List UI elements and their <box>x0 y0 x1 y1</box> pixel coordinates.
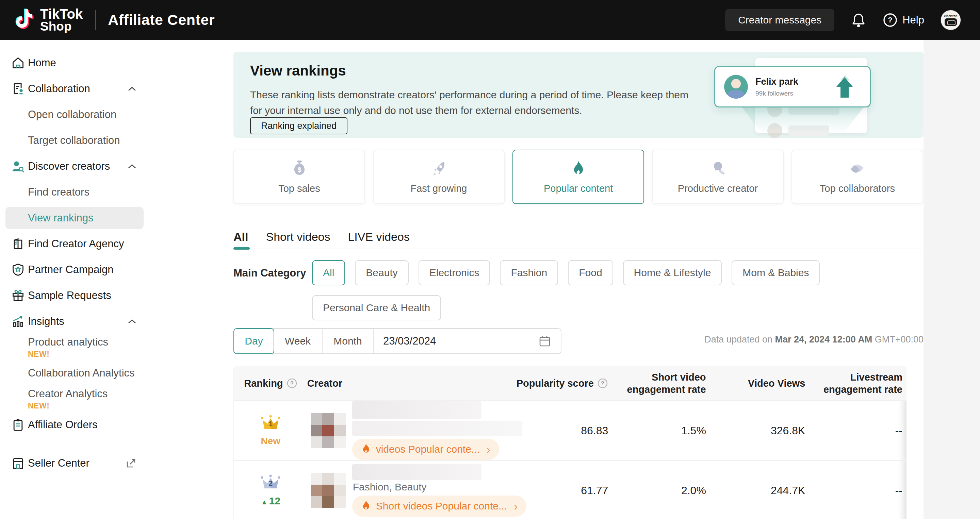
short-video-rate-value: 2.0% <box>608 484 706 497</box>
popular-content-tag[interactable]: Short videos Popular conte... › <box>352 495 527 517</box>
rankings-table: Ranking ? Creator Popularity score ? Sho… <box>234 366 907 519</box>
sidebar-item-affiliate-orders[interactable]: Affiliate Orders <box>0 412 150 438</box>
sidebar-item-creator-analytics[interactable]: Creator Analytics NEW! <box>0 386 150 412</box>
sidebar-item-product-analytics[interactable]: Product analytics NEW! <box>0 334 150 360</box>
chip-all[interactable]: All <box>312 260 345 285</box>
sidebar-item-partner-campaign[interactable]: Partner Campaign <box>0 257 150 283</box>
creator-categories: Fashion, Beauty <box>353 481 527 493</box>
header-divider <box>95 10 95 30</box>
tabs-border <box>234 249 924 249</box>
insights-icon <box>11 314 25 328</box>
creator-avatar-blurred <box>311 473 346 508</box>
popularity-score-value: 86.83 <box>510 424 608 437</box>
silver-crown-icon: 2 <box>259 474 282 492</box>
chevron-right-icon: › <box>514 500 517 513</box>
help-button[interactable]: ? Help <box>883 13 924 27</box>
flame-icon <box>361 443 371 456</box>
sidebar-item-find-creator-agency[interactable]: Find Creator Agency <box>0 231 150 257</box>
external-link-icon <box>126 458 136 468</box>
home-icon <box>11 56 25 70</box>
bell-icon[interactable] <box>851 12 866 28</box>
page-title: Affiliate Center <box>108 11 215 28</box>
sidebar-item-target-collaboration[interactable]: Target collaboration <box>0 127 150 153</box>
table-row[interactable]: 2 12 Fashion, Beauty <box>234 460 907 519</box>
avatar-logo-shape <box>945 18 957 26</box>
card-popular-content[interactable]: Popular content <box>512 150 644 204</box>
sidebar-divider <box>0 444 150 444</box>
creator-avatar-blurred <box>311 413 346 448</box>
svg-text:?: ? <box>888 16 892 24</box>
right-gutter <box>924 40 980 519</box>
column-livestream-rate: Livestream engagement rate <box>805 371 907 395</box>
card-top-sales[interactable]: $ Top sales <box>234 150 365 204</box>
ranking-type-cards: $ Top sales Fast growing Popular content <box>234 150 924 204</box>
user-avatar[interactable]: eibertron <box>940 10 961 30</box>
partner-campaign-icon <box>11 263 25 276</box>
column-ranking: Ranking ? <box>234 377 307 389</box>
tiktok-shop-logo[interactable]: TikTok Shop <box>15 8 83 32</box>
popularity-score-value: 61.77 <box>510 484 608 497</box>
sidebar-item-discover-creators[interactable]: Discover creators <box>0 153 150 179</box>
chip-mom-babies[interactable]: Mom & Babies <box>732 260 820 285</box>
chip-personal-care[interactable]: Personal Care & Health <box>312 295 441 321</box>
short-video-rate-value: 1.5% <box>608 424 706 437</box>
sidebar-item-insights[interactable]: Insights <box>0 308 150 334</box>
rank-badge: 1 New <box>259 414 282 446</box>
svg-text:?: ? <box>601 380 605 387</box>
main-category-label: Main Category <box>234 267 306 279</box>
brand-text: TikTok Shop <box>40 8 83 32</box>
chevron-up-icon[interactable] <box>128 319 136 324</box>
chip-home-lifestyle[interactable]: Home & Lifestyle <box>623 260 722 285</box>
chevron-up-icon[interactable] <box>128 86 136 91</box>
chip-electronics[interactable]: Electronics <box>418 260 490 285</box>
sidebar-item-view-rankings[interactable]: View rankings <box>0 205 150 231</box>
rank-change: New <box>261 436 281 446</box>
card-productive-creator[interactable]: Productive creator <box>652 150 784 204</box>
sidebar-nav: Home Collaboration Open collaboration Ta… <box>0 40 150 519</box>
question-circle-icon[interactable]: ? <box>597 378 608 389</box>
gold-crown-icon: 1 <box>259 414 282 433</box>
creator-agency-icon <box>11 237 25 251</box>
view-rankings-banner: View rankings These ranking lists demons… <box>234 52 924 138</box>
chip-beauty[interactable]: Beauty <box>355 260 408 285</box>
sidebar-item-find-creators[interactable]: Find creators <box>0 179 150 205</box>
seller-center-icon <box>11 456 25 470</box>
sidebar-item-home[interactable]: Home <box>0 50 150 76</box>
sidebar-item-sample-requests[interactable]: Sample Requests <box>0 283 150 308</box>
discover-creators-icon <box>11 160 25 173</box>
chip-food[interactable]: Food <box>568 260 613 285</box>
creator-followers: 99k followers <box>756 90 834 97</box>
creator-messages-button[interactable]: Creator messages <box>725 9 834 31</box>
sidebar-item-open-collaboration[interactable]: Open collaboration <box>0 102 150 127</box>
card-top-collaborators[interactable]: Top collaborators <box>791 150 923 204</box>
column-creator: Creator <box>307 377 509 389</box>
video-views-value: 244.7K <box>706 484 805 497</box>
money-bag-icon: $ <box>290 159 309 179</box>
livestream-rate-value: -- <box>805 484 907 497</box>
card-fast-growing[interactable]: Fast growing <box>373 150 504 204</box>
sidebar-item-collaboration-analytics[interactable]: Collaboration Analytics <box>0 360 150 386</box>
rocket-icon <box>429 159 449 179</box>
creator-name-blurred <box>352 464 482 480</box>
chevron-right-icon: › <box>487 443 490 456</box>
new-badge: NEW! <box>28 402 49 411</box>
table-row[interactable]: 1 New <box>234 400 907 460</box>
rank-badge: 2 12 <box>259 474 282 507</box>
popular-content-tag[interactable]: videos Popular conte... › <box>352 439 500 460</box>
rank-up-arrow-icon <box>834 75 859 99</box>
creator-handle-blurred <box>352 421 522 436</box>
chip-fashion[interactable]: Fashion <box>500 260 558 285</box>
ranking-explained-button[interactable]: Ranking explained <box>250 117 347 134</box>
rank-change: 12 <box>261 495 280 507</box>
handshake-icon <box>848 159 867 179</box>
rank-up-icon <box>261 495 268 507</box>
sidebar-item-seller-center[interactable]: Seller Center <box>0 450 150 476</box>
banner-title: View rankings <box>250 63 346 79</box>
creator-photo-avatar <box>724 75 748 98</box>
sidebar-item-collaboration[interactable]: Collaboration <box>0 76 150 102</box>
question-circle-icon[interactable]: ? <box>286 378 298 389</box>
chevron-up-icon[interactable] <box>128 164 136 169</box>
granularity-day[interactable]: Day <box>234 328 274 354</box>
collaboration-icon <box>11 82 25 95</box>
video-views-value: 326.8K <box>706 424 805 437</box>
